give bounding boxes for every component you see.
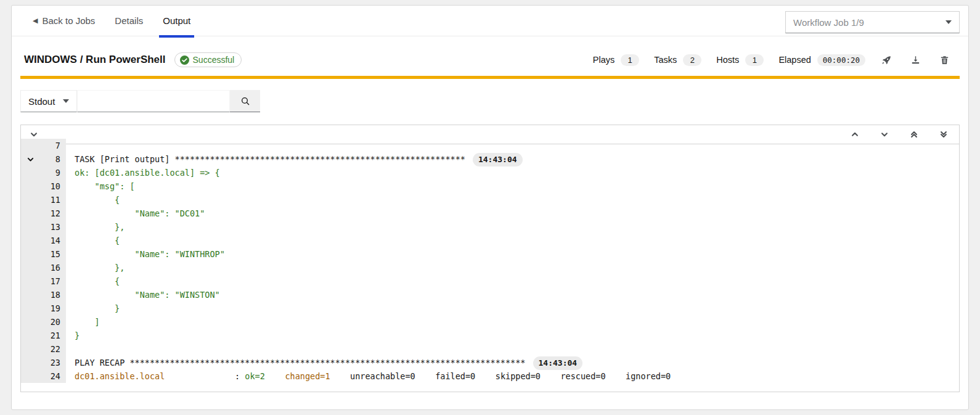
stat-value-badge: 00:00:20	[817, 54, 865, 66]
line-number-gutter: 22	[21, 342, 66, 356]
scroll-previous-chevron-up-icon[interactable]	[851, 130, 859, 139]
line-number: 7	[39, 139, 66, 152]
stat-value-badge: 1	[745, 54, 764, 66]
line-number-gutter: 20	[21, 315, 66, 329]
tab-output[interactable]: Output	[153, 6, 200, 36]
console-row: 15 "Name": "WINTHROP"	[21, 247, 959, 261]
stat-tasks: Tasks2	[654, 54, 701, 66]
line-number: 19	[39, 302, 66, 315]
job-header: WINDOWS / Run PowerShell Successful Play…	[12, 52, 968, 67]
console-row: 21}	[21, 329, 959, 342]
console-row: 22	[21, 342, 959, 356]
stat-label: Elapsed	[778, 55, 811, 65]
status-badge: Successful	[174, 52, 242, 67]
stat-value-badge: 2	[683, 54, 701, 66]
tab-bar: ◀ Back to Jobs Details Output Workflow J…	[12, 6, 968, 36]
scroll-top-double-chevron-up-icon[interactable]	[910, 130, 918, 139]
line-content: TASK [Print output] ********************…	[66, 152, 523, 166]
line-number: 20	[39, 315, 66, 329]
line-number: 23	[39, 356, 66, 369]
console-row: 9ok: [dc01.ansible.local] => {	[21, 166, 959, 179]
line-number: 11	[39, 193, 66, 207]
line-content: {	[66, 193, 120, 207]
console-row: 7	[21, 139, 959, 152]
line-number-gutter: 9	[21, 166, 66, 179]
line-number: 15	[39, 247, 66, 261]
scroll-bottom-double-chevron-down-icon[interactable]	[939, 130, 948, 139]
back-to-jobs-link[interactable]: ◀ Back to Jobs	[23, 6, 105, 36]
output-filter-row: Stdout	[20, 90, 968, 112]
line-number: 10	[39, 179, 66, 193]
line-content: ok: [dc01.ansible.local] => {	[66, 166, 220, 179]
tab-output-label: Output	[163, 15, 190, 26]
job-status-accent-bar	[20, 76, 960, 79]
line-number-gutter: 19	[21, 302, 66, 315]
stdout-console[interactable]: 78TASK [Print output] ******************…	[21, 139, 959, 383]
console-row: 16 },	[21, 261, 959, 274]
status-badge-label: Successful	[193, 55, 235, 65]
workflow-job-select-value: Workflow Job 1/9	[793, 17, 864, 28]
line-number-gutter: 24	[21, 369, 66, 383]
line-number: 18	[39, 288, 66, 302]
line-number-gutter: 12	[21, 207, 66, 220]
stdout-source-value: Stdout	[28, 96, 55, 107]
line-content	[66, 139, 75, 152]
stat-value-badge: 1	[621, 54, 639, 66]
line-number-gutter: 23	[21, 356, 66, 369]
stat-hosts: Hosts1	[716, 54, 764, 66]
line-number: 21	[39, 329, 66, 342]
tab-details[interactable]: Details	[105, 6, 153, 36]
line-content: dc01.ansible.local : ok=2 changed=1 unre…	[66, 369, 671, 383]
console-row: 11 {	[21, 193, 959, 207]
line-content: {	[66, 234, 120, 247]
page-title: WINDOWS / Run PowerShell	[24, 54, 166, 66]
stat-elapsed: Elapsed00:00:20	[778, 54, 865, 66]
line-number: 13	[39, 220, 66, 234]
stat-label: Hosts	[716, 55, 739, 65]
console-row: 13 },	[21, 220, 959, 234]
console-row: 12 "Name": "DC01"	[21, 207, 959, 220]
line-content: }	[66, 329, 80, 342]
timestamp-badge: 14:43:04	[473, 153, 523, 166]
line-content: ]	[66, 315, 100, 329]
line-number: 9	[39, 166, 66, 179]
output-panel: 78TASK [Print output] ******************…	[20, 125, 960, 392]
console-row: 19 }	[21, 302, 959, 315]
line-number: 8	[39, 152, 66, 166]
expand-collapse-all-chevron-icon[interactable]	[30, 130, 38, 139]
line-content: },	[66, 261, 125, 274]
search-input[interactable]	[77, 90, 230, 112]
console-row: 20 ]	[21, 315, 959, 329]
console-row: 10 "msg": [	[21, 179, 959, 193]
line-content: },	[66, 220, 125, 234]
line-number-gutter: 13	[21, 220, 66, 234]
task-expand-chevron-icon[interactable]	[21, 155, 39, 163]
line-number-gutter: 17	[21, 274, 66, 288]
scroll-next-chevron-down-icon[interactable]	[880, 130, 889, 139]
console-row: 24dc01.ansible.local : ok=2 changed=1 un…	[21, 369, 959, 383]
stdout-source-select[interactable]: Stdout	[20, 90, 77, 112]
relaunch-rocket-icon[interactable]	[881, 55, 892, 65]
line-number-gutter: 18	[21, 288, 66, 302]
tab-details-label: Details	[115, 15, 143, 26]
line-number-gutter: 14	[21, 234, 66, 247]
line-number-gutter: 21	[21, 329, 66, 342]
line-number-gutter: 15	[21, 247, 66, 261]
back-to-jobs-label: Back to Jobs	[42, 15, 95, 26]
search-button[interactable]	[230, 90, 260, 112]
delete-trash-icon[interactable]	[939, 55, 950, 65]
line-number: 16	[39, 261, 66, 274]
timestamp-badge: 14:43:04	[533, 356, 583, 370]
stat-plays: Plays1	[593, 54, 639, 66]
line-content: "Name": "DC01"	[66, 207, 205, 220]
console-row: 14 {	[21, 234, 959, 247]
check-circle-icon	[180, 55, 189, 65]
line-number-gutter: 7	[21, 139, 66, 152]
workflow-job-select[interactable]: Workflow Job 1/9	[785, 11, 960, 33]
job-stats: Plays1Tasks2Hosts1Elapsed00:00:20	[593, 54, 865, 66]
console-row: 23PLAY RECAP ***************************…	[21, 356, 959, 369]
download-icon[interactable]	[910, 55, 921, 65]
line-number: 14	[39, 234, 66, 247]
line-number: 17	[39, 274, 66, 288]
line-content: {	[66, 274, 120, 288]
